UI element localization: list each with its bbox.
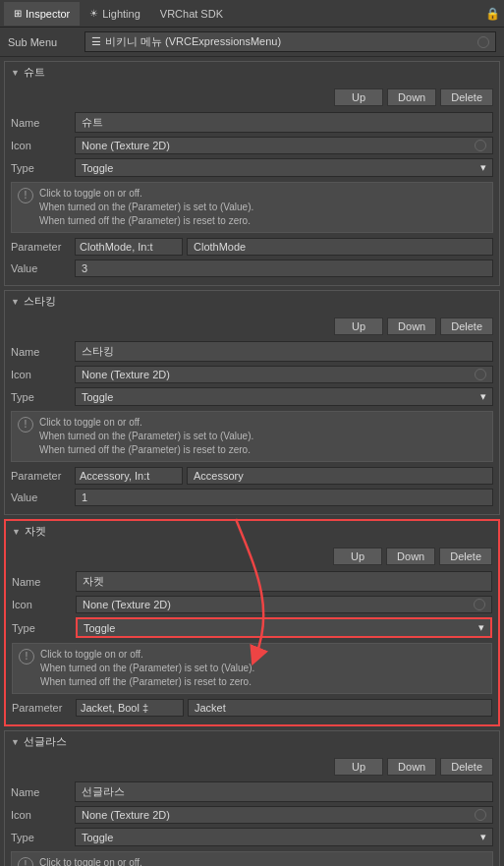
- stocking-type-label: Type: [11, 391, 75, 403]
- jacket-param-right[interactable]: Jacket: [188, 699, 492, 717]
- sunglasses-info-text: Click to toggle on or off. When turned o…: [39, 856, 253, 866]
- suit-name-value[interactable]: 슈트: [75, 112, 493, 133]
- stocking-value-text: 1: [82, 491, 87, 503]
- stocking-name-row: Name 스타킹: [11, 339, 493, 364]
- tab-inspector-label: Inspector: [26, 8, 70, 20]
- suit-name-row: Name 슈트: [11, 110, 493, 135]
- jacket-param-left[interactable]: Jacket, Bool ‡: [76, 699, 184, 717]
- suit-name-text: 슈트: [82, 115, 103, 130]
- suit-icon-circle[interactable]: [475, 140, 486, 151]
- stocking-param-left-text: Accessory, In:t: [80, 470, 149, 482]
- lighting-icon: ☀: [89, 8, 98, 19]
- sub-menu-value[interactable]: ☰ 비키니 메뉴 (VRCExpressionsMenu): [84, 31, 496, 52]
- sunglasses-name-row: Name 선글라스: [11, 779, 493, 804]
- suit-delete-btn[interactable]: Delete: [440, 88, 493, 106]
- jacket-up-btn[interactable]: Up: [333, 548, 382, 565]
- sunglasses-name-value[interactable]: 선글라스: [75, 781, 493, 802]
- sunglasses-info-icon: !: [18, 857, 33, 866]
- tab-vrchat-sdk-label: VRChat SDK: [160, 8, 223, 20]
- jacket-icon-label: Icon: [12, 599, 76, 610]
- suit-value-row: Value 3: [11, 258, 493, 279]
- suit-icon-value[interactable]: None (Texture 2D): [75, 137, 493, 154]
- suit-param-row: Parameter ClothMode, In:t ClothMode: [11, 236, 493, 258]
- jacket-type-value[interactable]: Toggle ▾: [76, 617, 492, 638]
- jacket-info-text: Click to toggle on or off. When turned o…: [40, 648, 254, 689]
- tab-vrchat-sdk[interactable]: VRChat SDK: [150, 2, 233, 26]
- stocking-up-btn[interactable]: Up: [334, 318, 383, 335]
- stocking-icon-value[interactable]: None (Texture 2D): [75, 366, 493, 383]
- suit-type-text: Toggle: [82, 162, 113, 174]
- jacket-icon-circle[interactable]: [474, 599, 485, 610]
- suit-type-value[interactable]: Toggle ▾: [75, 158, 493, 177]
- stocking-param-row: Parameter Accessory, In:t Accessory: [11, 465, 493, 487]
- sunglasses-type-value[interactable]: Toggle ▾: [75, 828, 493, 846]
- section-suit: ▼ 슈트 Up Down Delete Name 슈트 Icon: [4, 61, 500, 286]
- jacket-down-btn[interactable]: Down: [386, 548, 435, 565]
- sunglasses-icon-circle[interactable]: [475, 809, 486, 821]
- sub-menu-row: Sub Menu ☰ 비키니 메뉴 (VRCExpressionsMenu): [0, 28, 504, 57]
- sub-menu-label: Sub Menu: [8, 36, 77, 48]
- inspector-content: Sub Menu ☰ 비키니 메뉴 (VRCExpressionsMenu) ▼…: [0, 28, 504, 866]
- sunglasses-name-text: 선글라스: [82, 784, 125, 799]
- main-content: Sub Menu ☰ 비키니 메뉴 (VRCExpressionsMenu) ▼…: [0, 28, 504, 866]
- stocking-type-value[interactable]: Toggle ▾: [75, 387, 493, 406]
- suit-title: 슈트: [24, 65, 45, 80]
- tab-lighting[interactable]: ☀ Lighting: [80, 2, 150, 26]
- suit-icon-label: Icon: [11, 140, 75, 151]
- sunglasses-type-row: Type Toggle ▾: [11, 826, 493, 848]
- stocking-type-text: Toggle: [82, 391, 113, 403]
- section-jacket-header[interactable]: ▼ 자켓: [6, 521, 498, 542]
- sunglasses-up-btn[interactable]: Up: [334, 758, 383, 776]
- stocking-param-left[interactable]: Accessory, In:t: [75, 467, 183, 485]
- jacket-name-value[interactable]: 자켓: [76, 571, 492, 592]
- suit-controls: Up Down Delete Name 슈트 Icon None (Textur…: [5, 83, 499, 285]
- suit-param-right-text: ClothMode: [194, 241, 246, 253]
- sub-menu-text: 비키니 메뉴 (VRCExpressionsMenu): [105, 34, 281, 49]
- stocking-icon-text: None (Texture 2D): [82, 369, 170, 380]
- stocking-value-row: Value 1: [11, 487, 493, 508]
- stocking-title: 스타킹: [24, 294, 56, 309]
- sunglasses-icon-row: Icon None (Texture 2D): [11, 804, 493, 826]
- stocking-param-label: Parameter: [11, 470, 75, 482]
- suit-param-left[interactable]: ClothMode, In:t: [75, 238, 183, 256]
- stocking-delete-btn[interactable]: Delete: [440, 318, 493, 335]
- jacket-info-icon: !: [19, 649, 34, 664]
- suit-down-btn[interactable]: Down: [387, 88, 436, 106]
- sunglasses-icon-value[interactable]: None (Texture 2D): [75, 806, 493, 824]
- suit-type-row: Type Toggle ▾: [11, 156, 493, 179]
- suit-arrow-icon: ▼: [11, 68, 20, 78]
- sub-menu-icon: ☰: [91, 35, 101, 48]
- stocking-icon-row: Icon None (Texture 2D): [11, 364, 493, 385]
- jacket-icon-value[interactable]: None (Texture 2D): [76, 596, 492, 613]
- suit-value-field[interactable]: 3: [75, 260, 493, 277]
- sunglasses-down-btn[interactable]: Down: [387, 758, 436, 776]
- section-suit-header[interactable]: ▼ 슈트: [5, 62, 499, 83]
- stocking-button-row: Up Down Delete: [11, 314, 493, 339]
- sunglasses-type-label: Type: [11, 832, 75, 843]
- jacket-delete-btn[interactable]: Delete: [439, 548, 492, 565]
- suit-icon-text: None (Texture 2D): [82, 140, 170, 151]
- stocking-down-btn[interactable]: Down: [387, 318, 436, 335]
- stocking-icon-circle[interactable]: [475, 369, 486, 380]
- section-stocking: ▼ 스타킹 Up Down Delete Name 스타킹 Icon: [4, 290, 500, 515]
- sub-menu-circle-btn[interactable]: [477, 36, 489, 48]
- suit-value-text: 3: [82, 262, 87, 274]
- suit-up-btn[interactable]: Up: [334, 88, 383, 106]
- stocking-param-right[interactable]: Accessory: [187, 467, 493, 485]
- sunglasses-type-arrow: ▾: [480, 831, 486, 843]
- inspector-icon: ⊞: [14, 8, 22, 19]
- jacket-icon-text: None (Texture 2D): [83, 599, 171, 610]
- jacket-name-text: 자켓: [83, 574, 104, 589]
- tab-inspector[interactable]: ⊞ Inspector: [4, 2, 80, 26]
- stocking-name-value[interactable]: 스타킹: [75, 341, 493, 362]
- stocking-value-field[interactable]: 1: [75, 489, 493, 506]
- suit-type-arrow: ▾: [480, 161, 486, 174]
- sunglasses-icon-text: None (Texture 2D): [82, 809, 170, 821]
- section-sunglasses-header[interactable]: ▼ 선글라스: [5, 731, 499, 752]
- jacket-button-row: Up Down Delete: [12, 544, 492, 569]
- lock-icon[interactable]: 🔒: [485, 7, 500, 21]
- suit-param-right[interactable]: ClothMode: [187, 238, 493, 256]
- section-stocking-header[interactable]: ▼ 스타킹: [5, 291, 499, 312]
- jacket-controls: Up Down Delete Name 자켓 Icon None (Textur…: [6, 542, 498, 724]
- sunglasses-delete-btn[interactable]: Delete: [440, 758, 493, 776]
